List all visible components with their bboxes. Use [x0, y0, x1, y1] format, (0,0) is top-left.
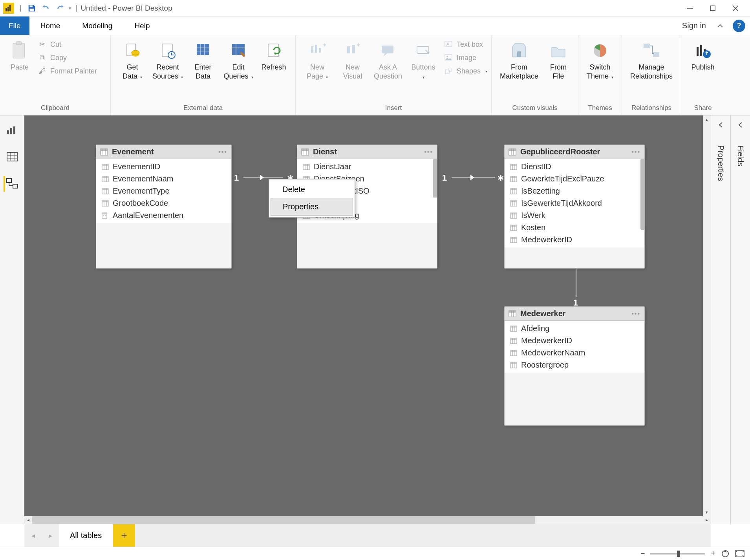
status-bar: − +: [0, 547, 750, 560]
buttons-button: Buttons▾: [406, 38, 441, 81]
tab-all-tables[interactable]: All tables: [59, 524, 113, 547]
table-icon: [509, 310, 516, 317]
switch-theme-button[interactable]: Switch Theme ▾: [582, 38, 618, 81]
tab-home[interactable]: Home: [29, 16, 71, 35]
refresh-button[interactable]: Refresh: [256, 38, 291, 72]
field-item[interactable]: IsGewerkteTijdAkkoord: [505, 197, 644, 209]
zoom-in-button[interactable]: +: [711, 549, 715, 558]
field-item[interactable]: DienstID: [505, 161, 644, 173]
window-title: Untitled - Power BI Desktop: [80, 4, 172, 13]
svg-rect-3: [29, 5, 32, 7]
field-item[interactable]: EvenementType: [96, 185, 231, 197]
svg-rect-111: [510, 164, 517, 166]
cardinality-many: ∗: [497, 173, 504, 183]
minimize-button[interactable]: [679, 0, 701, 16]
field-item[interactable]: AantalEvenementen: [96, 209, 231, 221]
svg-rect-48: [7, 130, 9, 134]
svg-rect-44: [697, 47, 699, 56]
field-item[interactable]: Roostergroep: [505, 359, 644, 371]
maximize-button[interactable]: [701, 0, 724, 16]
close-button[interactable]: [724, 0, 747, 16]
data-view-button[interactable]: [4, 149, 20, 165]
table-gepubliceerdrooster[interactable]: GepubliceerdRooster ••• DienstIDGewerkte…: [504, 145, 645, 269]
arrow-icon: [470, 175, 474, 180]
field-item[interactable]: GrootboekCode: [96, 197, 231, 209]
tab-prev-button[interactable]: ◂: [24, 524, 42, 547]
collapse-ribbon-button[interactable]: [712, 16, 728, 35]
model-view-button[interactable]: [4, 176, 19, 192]
recent-sources-button[interactable]: Recent Sources ▾: [150, 38, 185, 81]
model-canvas[interactable]: 1 ∗ 1 ∗ ∗ 1 Evenement ••• EvenementIDEve: [24, 115, 711, 516]
fields-pane-collapsed[interactable]: Fields: [730, 115, 750, 524]
field-item[interactable]: GewerkteTijdExclPauze: [505, 173, 644, 185]
svg-point-37: [446, 56, 448, 57]
field-item[interactable]: MedewerkerID: [505, 335, 644, 347]
table-menu-button[interactable]: •••: [218, 148, 227, 156]
table-icon: [100, 148, 108, 156]
tab-file[interactable]: File: [0, 16, 29, 35]
field-item[interactable]: IsBezetting: [505, 185, 644, 197]
svg-point-13: [132, 50, 139, 55]
svg-rect-32: [382, 46, 393, 53]
field-item[interactable]: DienstJaar: [297, 161, 437, 173]
save-button[interactable]: [25, 1, 39, 15]
scrollbar[interactable]: [640, 159, 644, 247]
menu-item-delete[interactable]: Delete: [271, 181, 353, 198]
table-menu-button[interactable]: •••: [424, 148, 433, 156]
sign-in-link[interactable]: Sign in: [676, 16, 712, 35]
vertical-scrollbar[interactable]: ▴ ▾: [703, 115, 711, 516]
svg-rect-67: [102, 176, 108, 178]
reset-zoom-button[interactable]: [721, 549, 730, 558]
svg-rect-10: [16, 42, 22, 45]
from-marketplace-button[interactable]: From Marketplace: [496, 38, 543, 81]
shapes-button: Shapes ▾: [444, 67, 487, 75]
tab-modeling[interactable]: Modeling: [71, 16, 123, 35]
new-page-button: ✦New Page ▾: [300, 38, 335, 81]
redo-button[interactable]: [53, 1, 67, 15]
publish-button[interactable]: Publish: [685, 38, 721, 72]
svg-rect-26: [315, 45, 317, 53]
expand-chevron-icon[interactable]: [718, 122, 724, 134]
table-evenement[interactable]: Evenement ••• EvenementIDEvenementNaamEv…: [96, 145, 232, 269]
group-label: Insert: [300, 102, 487, 115]
scrollbar[interactable]: [433, 159, 437, 223]
properties-pane-collapsed[interactable]: Properties: [711, 115, 730, 524]
fit-to-page-button[interactable]: [735, 550, 745, 557]
svg-rect-0: [5, 8, 7, 11]
get-data-button[interactable]: Get Data ▾: [115, 38, 150, 81]
add-tab-button[interactable]: +: [113, 524, 135, 547]
ribbon-body: Paste ✂Cut ⧉Copy 🖌Format Painter Clipboa…: [0, 35, 750, 115]
table-menu-button[interactable]: •••: [631, 310, 640, 317]
zoom-slider[interactable]: [650, 553, 705, 555]
table-medewerker[interactable]: Medewerker ••• AfdelingMedewerkerIDMedew…: [504, 306, 645, 426]
edit-queries-button[interactable]: Edit Queries ▾: [221, 38, 256, 81]
menu-item-properties[interactable]: Properties: [271, 198, 353, 216]
from-file-button[interactable]: From File: [543, 38, 574, 81]
field-item[interactable]: IsWerk: [505, 209, 644, 221]
field-item[interactable]: Afdeling: [505, 322, 644, 335]
svg-rect-45: [700, 45, 702, 56]
zoom-out-button[interactable]: −: [640, 549, 645, 558]
tab-help[interactable]: Help: [123, 16, 161, 35]
svg-rect-87: [303, 164, 309, 166]
field-item[interactable]: MedewerkerID: [505, 234, 644, 246]
help-button[interactable]: ?: [733, 20, 745, 32]
field-item[interactable]: EvenementNaam: [96, 173, 231, 185]
svg-rect-50: [13, 126, 15, 134]
qat-dropdown[interactable]: ▾: [69, 5, 71, 11]
undo-button[interactable]: [39, 1, 53, 15]
group-label: Share: [685, 102, 721, 115]
report-view-button[interactable]: [4, 123, 20, 138]
expand-chevron-icon[interactable]: [738, 122, 743, 134]
svg-rect-30: [352, 45, 355, 53]
svg-rect-4: [29, 8, 34, 11]
tab-next-button[interactable]: ▸: [42, 524, 59, 547]
manage-relationships-button[interactable]: Manage Relationships: [626, 38, 677, 81]
field-item[interactable]: MedewerkerNaam: [505, 347, 644, 359]
field-item[interactable]: EvenementID: [96, 161, 231, 173]
horizontal-scrollbar[interactable]: ◂ ▸: [24, 516, 711, 524]
field-item[interactable]: Kosten: [505, 221, 644, 234]
enter-data-button[interactable]: Enter Data: [185, 38, 221, 81]
table-menu-button[interactable]: •••: [631, 148, 640, 156]
group-label: Clipboard: [4, 102, 106, 115]
